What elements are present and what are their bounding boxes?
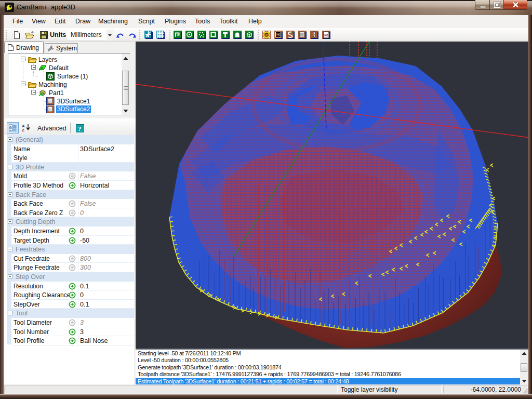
svg-text:Z: Z [22, 128, 24, 132]
svg-text:+: + [10, 128, 11, 132]
svg-text:NC: NC [325, 34, 328, 36]
svg-text:+: + [10, 125, 11, 128]
svg-text:?: ? [78, 125, 82, 132]
